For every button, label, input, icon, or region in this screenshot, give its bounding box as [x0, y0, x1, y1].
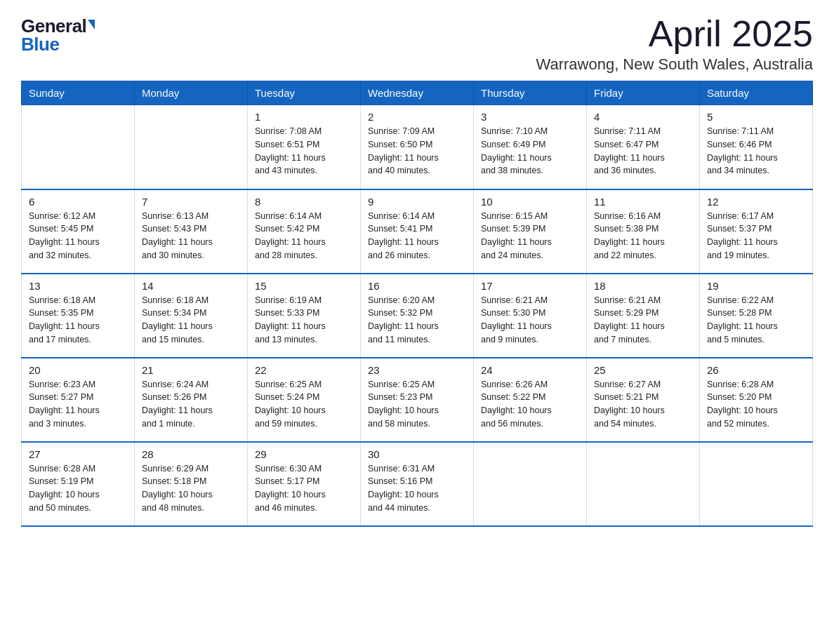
day-number: 1 — [255, 111, 353, 123]
day-info: Sunrise: 6:15 AM Sunset: 5:39 PM Dayligh… — [481, 210, 579, 262]
day-info: Sunrise: 6:13 AM Sunset: 5:43 PM Dayligh… — [142, 210, 240, 262]
day-number: 26 — [707, 364, 805, 376]
calendar-cell: 4Sunrise: 7:11 AM Sunset: 6:47 PM Daylig… — [587, 105, 700, 189]
calendar-cell: 18Sunrise: 6:21 AM Sunset: 5:29 PM Dayli… — [587, 274, 700, 358]
day-number: 30 — [368, 448, 466, 460]
calendar-cell: 15Sunrise: 6:19 AM Sunset: 5:33 PM Dayli… — [248, 274, 361, 358]
calendar-cell — [700, 442, 813, 526]
logo-arrow-icon — [88, 20, 95, 29]
day-number: 14 — [142, 280, 240, 292]
day-number: 10 — [481, 196, 579, 208]
day-info: Sunrise: 6:14 AM Sunset: 5:41 PM Dayligh… — [368, 210, 466, 262]
day-number: 9 — [368, 196, 466, 208]
day-number: 24 — [481, 364, 579, 376]
weekday-header-monday: Monday — [135, 81, 248, 105]
weekday-header-thursday: Thursday — [474, 81, 587, 105]
day-number: 25 — [594, 364, 692, 376]
day-info: Sunrise: 6:27 AM Sunset: 5:21 PM Dayligh… — [594, 378, 692, 431]
day-number: 5 — [707, 111, 805, 123]
weekday-header-tuesday: Tuesday — [248, 81, 361, 105]
logo-blue-text: Blue — [21, 35, 59, 53]
weekday-header-friday: Friday — [587, 81, 700, 105]
day-info: Sunrise: 6:18 AM Sunset: 5:34 PM Dayligh… — [142, 294, 240, 347]
calendar-cell: 22Sunrise: 6:25 AM Sunset: 5:24 PM Dayli… — [248, 358, 361, 442]
calendar-cell: 21Sunrise: 6:24 AM Sunset: 5:26 PM Dayli… — [135, 358, 248, 442]
day-number: 3 — [481, 111, 579, 123]
day-info: Sunrise: 6:19 AM Sunset: 5:33 PM Dayligh… — [255, 294, 353, 347]
day-number: 16 — [368, 280, 466, 292]
day-number: 19 — [707, 280, 805, 292]
day-info: Sunrise: 6:25 AM Sunset: 5:23 PM Dayligh… — [368, 378, 466, 431]
calendar-cell: 25Sunrise: 6:27 AM Sunset: 5:21 PM Dayli… — [587, 358, 700, 442]
day-info: Sunrise: 6:20 AM Sunset: 5:32 PM Dayligh… — [368, 294, 466, 347]
day-number: 6 — [29, 196, 127, 208]
calendar-cell: 7Sunrise: 6:13 AM Sunset: 5:43 PM Daylig… — [135, 189, 248, 274]
calendar-week-row: 20Sunrise: 6:23 AM Sunset: 5:27 PM Dayli… — [22, 358, 813, 442]
calendar-cell: 9Sunrise: 6:14 AM Sunset: 5:41 PM Daylig… — [361, 189, 474, 274]
day-number: 20 — [29, 364, 127, 376]
calendar-week-row: 6Sunrise: 6:12 AM Sunset: 5:45 PM Daylig… — [22, 189, 813, 274]
page-header: General Blue April 2025 Warrawong, New S… — [21, 14, 813, 74]
day-info: Sunrise: 7:08 AM Sunset: 6:51 PM Dayligh… — [255, 125, 353, 177]
calendar-cell: 5Sunrise: 7:11 AM Sunset: 6:46 PM Daylig… — [700, 105, 813, 189]
calendar-week-row: 13Sunrise: 6:18 AM Sunset: 5:35 PM Dayli… — [22, 274, 813, 358]
day-info: Sunrise: 6:31 AM Sunset: 5:16 PM Dayligh… — [368, 462, 466, 515]
calendar-week-row: 27Sunrise: 6:28 AM Sunset: 5:19 PM Dayli… — [22, 442, 813, 526]
day-number: 23 — [368, 364, 466, 376]
logo: General Blue — [21, 14, 95, 53]
day-number: 7 — [142, 196, 240, 208]
calendar-cell: 11Sunrise: 6:16 AM Sunset: 5:38 PM Dayli… — [587, 189, 700, 274]
day-info: Sunrise: 6:14 AM Sunset: 5:42 PM Dayligh… — [255, 210, 353, 262]
day-number: 13 — [29, 280, 127, 292]
calendar-cell: 26Sunrise: 6:28 AM Sunset: 5:20 PM Dayli… — [700, 358, 813, 442]
day-info: Sunrise: 6:26 AM Sunset: 5:22 PM Dayligh… — [481, 378, 579, 431]
day-number: 17 — [481, 280, 579, 292]
calendar-table: SundayMondayTuesdayWednesdayThursdayFrid… — [21, 81, 813, 527]
calendar-cell: 19Sunrise: 6:22 AM Sunset: 5:28 PM Dayli… — [700, 274, 813, 358]
calendar-cell: 27Sunrise: 6:28 AM Sunset: 5:19 PM Dayli… — [22, 442, 135, 526]
logo-general-text: General — [21, 17, 86, 35]
page-title: April 2025 — [536, 14, 813, 54]
weekday-header-sunday: Sunday — [22, 81, 135, 105]
calendar-cell — [135, 105, 248, 189]
day-info: Sunrise: 6:30 AM Sunset: 5:17 PM Dayligh… — [255, 462, 353, 515]
day-info: Sunrise: 7:11 AM Sunset: 6:46 PM Dayligh… — [707, 125, 805, 177]
calendar-cell: 13Sunrise: 6:18 AM Sunset: 5:35 PM Dayli… — [22, 274, 135, 358]
calendar-cell: 10Sunrise: 6:15 AM Sunset: 5:39 PM Dayli… — [474, 189, 587, 274]
calendar-cell: 23Sunrise: 6:25 AM Sunset: 5:23 PM Dayli… — [361, 358, 474, 442]
day-number: 18 — [594, 280, 692, 292]
page-subtitle: Warrawong, New South Wales, Australia — [536, 55, 813, 74]
day-number: 8 — [255, 196, 353, 208]
day-number: 2 — [368, 111, 466, 123]
day-number: 11 — [594, 196, 692, 208]
day-info: Sunrise: 6:25 AM Sunset: 5:24 PM Dayligh… — [255, 378, 353, 431]
day-number: 21 — [142, 364, 240, 376]
calendar-cell: 12Sunrise: 6:17 AM Sunset: 5:37 PM Dayli… — [700, 189, 813, 274]
calendar-header-row: SundayMondayTuesdayWednesdayThursdayFrid… — [22, 81, 813, 105]
weekday-header-saturday: Saturday — [700, 81, 813, 105]
day-number: 27 — [29, 448, 127, 460]
day-info: Sunrise: 6:21 AM Sunset: 5:30 PM Dayligh… — [481, 294, 579, 347]
calendar-cell: 24Sunrise: 6:26 AM Sunset: 5:22 PM Dayli… — [474, 358, 587, 442]
day-number: 28 — [142, 448, 240, 460]
day-info: Sunrise: 7:10 AM Sunset: 6:49 PM Dayligh… — [481, 125, 579, 177]
calendar-week-row: 1Sunrise: 7:08 AM Sunset: 6:51 PM Daylig… — [22, 105, 813, 189]
day-info: Sunrise: 6:16 AM Sunset: 5:38 PM Dayligh… — [594, 210, 692, 262]
calendar-cell: 1Sunrise: 7:08 AM Sunset: 6:51 PM Daylig… — [248, 105, 361, 189]
calendar-cell: 8Sunrise: 6:14 AM Sunset: 5:42 PM Daylig… — [248, 189, 361, 274]
day-number: 22 — [255, 364, 353, 376]
day-info: Sunrise: 6:17 AM Sunset: 5:37 PM Dayligh… — [707, 210, 805, 262]
day-info: Sunrise: 6:12 AM Sunset: 5:45 PM Dayligh… — [29, 210, 127, 262]
day-info: Sunrise: 6:24 AM Sunset: 5:26 PM Dayligh… — [142, 378, 240, 431]
day-info: Sunrise: 6:21 AM Sunset: 5:29 PM Dayligh… — [594, 294, 692, 347]
calendar-cell: 2Sunrise: 7:09 AM Sunset: 6:50 PM Daylig… — [361, 105, 474, 189]
calendar-cell: 17Sunrise: 6:21 AM Sunset: 5:30 PM Dayli… — [474, 274, 587, 358]
calendar-cell: 3Sunrise: 7:10 AM Sunset: 6:49 PM Daylig… — [474, 105, 587, 189]
weekday-header-wednesday: Wednesday — [361, 81, 474, 105]
day-info: Sunrise: 7:09 AM Sunset: 6:50 PM Dayligh… — [368, 125, 466, 177]
day-number: 4 — [594, 111, 692, 123]
calendar-cell: 20Sunrise: 6:23 AM Sunset: 5:27 PM Dayli… — [22, 358, 135, 442]
calendar-cell — [587, 442, 700, 526]
day-info: Sunrise: 6:18 AM Sunset: 5:35 PM Dayligh… — [29, 294, 127, 347]
day-info: Sunrise: 7:11 AM Sunset: 6:47 PM Dayligh… — [594, 125, 692, 177]
